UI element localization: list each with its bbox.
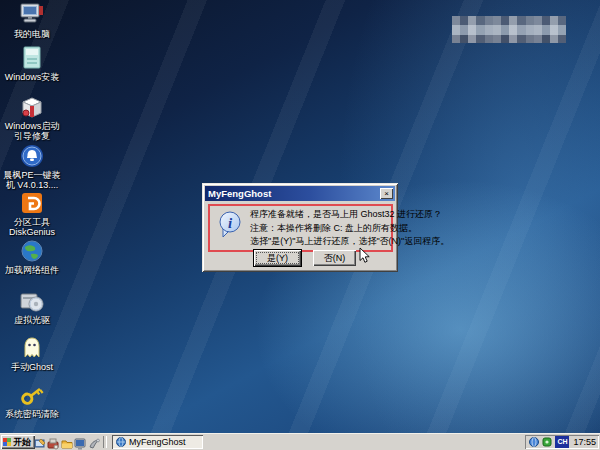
manual-ghost-icon [18, 335, 46, 361]
desktop-icon-label: 晨枫PE一键装 机 V4.0.13.... [0, 170, 64, 190]
dialog-titlebar[interactable]: MyFengGhost × [205, 186, 395, 201]
desktop-icon-my-computer[interactable]: 我的电脑 [0, 2, 64, 39]
display-settings-icon[interactable] [74, 436, 86, 448]
desktop-icon-label: 加载网络组件 [0, 265, 64, 275]
sweep-icon[interactable] [88, 436, 100, 448]
myfengghost-dialog: MyFengGhost × i 程序准备就绪，是否马上用 Ghost32 进行还… [202, 183, 398, 272]
desktop: 我的电脑 Windows安装 Windows启动 引导修复 晨枫PE一键装 机 … [0, 0, 600, 450]
message-line-1: 程序准备就绪，是否马上用 Ghost32 进行还原？ [250, 208, 389, 222]
diskgenius-icon [18, 190, 46, 216]
mouse-cursor-icon [359, 247, 372, 268]
my-computer-icon [18, 2, 46, 28]
close-icon: × [384, 189, 389, 198]
message-panel: i 程序准备就绪，是否马上用 Ghost32 进行还原？ 注意：本操作将删除 C… [208, 204, 393, 252]
windows-setup-icon [18, 45, 46, 71]
desktop-icon-label: Windows安装 [0, 72, 64, 82]
taskbar: 开始 MyFengGhost CH 17:55 [0, 433, 600, 450]
taskbar-button-myfengghost[interactable]: MyFengGhost [112, 435, 203, 449]
network-components-icon [18, 238, 46, 264]
taskbar-button-label: MyFengGhost [129, 437, 186, 447]
desktop-icon-network-components[interactable]: 加载网络组件 [0, 238, 64, 275]
show-desktop-icon[interactable] [34, 436, 46, 448]
pe-tool-icon[interactable] [542, 437, 552, 447]
clock[interactable]: 17:55 [572, 437, 596, 447]
desktop-icon-label: 虚拟光驱 [0, 315, 64, 325]
desktop-icon-password-clear[interactable]: 系统密码清除 [0, 382, 64, 419]
desktop-icon-label: Windows启动 引导修复 [0, 121, 64, 141]
desktop-icon-label: 系统密码清除 [0, 409, 64, 419]
start-button-label: 开始 [13, 436, 31, 449]
desktop-icon-diskgenius[interactable]: 分区工具 DiskGenius [0, 190, 64, 237]
virtual-cdrom-icon [18, 288, 46, 314]
setup-tool-icon[interactable] [47, 436, 59, 448]
info-icon: i [217, 211, 243, 245]
desktop-icon-boot-repair[interactable]: Windows启动 引导修复 [0, 94, 64, 141]
yes-button[interactable]: 是(Y) [254, 250, 301, 266]
chenfeng-pe-icon [18, 143, 46, 169]
folder-icon[interactable] [61, 436, 73, 448]
desktop-icon-virtual-cdrom[interactable]: 虚拟光驱 [0, 288, 64, 325]
start-button[interactable]: 开始 [1, 435, 35, 449]
desktop-icon-chenfeng-pe[interactable]: 晨枫PE一键装 机 V4.0.13.... [0, 143, 64, 190]
desktop-icon-windows-setup[interactable]: Windows安装 [0, 45, 64, 82]
close-button[interactable]: × [380, 188, 393, 199]
no-button[interactable]: 否(N) [313, 250, 356, 266]
desktop-icon-manual-ghost[interactable]: 手动Ghost [0, 335, 64, 372]
app-icon [116, 437, 126, 447]
desktop-icon-label: 手动Ghost [0, 362, 64, 372]
input-language-indicator[interactable]: CH [555, 436, 569, 448]
dialog-title: MyFengGhost [205, 188, 380, 199]
desktop-icon-label: 我的电脑 [0, 29, 64, 39]
desktop-icon-label: 分区工具 DiskGenius [0, 217, 64, 237]
network-globe-icon[interactable] [529, 437, 539, 447]
boot-repair-icon [18, 94, 46, 120]
password-clear-icon [18, 382, 46, 408]
system-tray: CH 17:55 [525, 435, 599, 449]
taskbar-separator [103, 436, 107, 448]
start-logo-icon [3, 438, 11, 446]
blurred-watermark [452, 16, 566, 43]
message-line-2: 注意：本操作将删除 C: 盘上的所有数据。 [250, 222, 389, 236]
